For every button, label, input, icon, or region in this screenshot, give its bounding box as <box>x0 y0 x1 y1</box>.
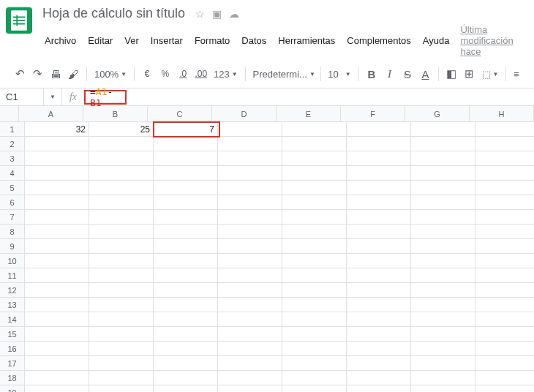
row-header-11[interactable]: 11 <box>0 268 25 283</box>
menu-insertar[interactable]: Insertar <box>146 32 188 49</box>
borders-icon[interactable]: ⊞ <box>461 64 478 83</box>
row-header-2[interactable]: 2 <box>0 137 25 151</box>
cell-G5[interactable] <box>411 181 475 195</box>
cell-H16[interactable] <box>475 342 534 356</box>
cell-A16[interactable] <box>25 342 89 356</box>
menu-herramientas[interactable]: Herramientas <box>273 32 340 49</box>
undo-icon[interactable]: ↶ <box>12 64 29 83</box>
cell-E14[interactable] <box>282 312 347 327</box>
cell-G1[interactable] <box>411 122 475 137</box>
cell-F14[interactable] <box>347 312 411 327</box>
cell-C6[interactable] <box>154 195 218 210</box>
cell-A11[interactable] <box>25 268 89 283</box>
cell-C18[interactable] <box>154 371 218 385</box>
redo-icon[interactable]: ↷ <box>30 64 47 83</box>
cell-C16[interactable] <box>154 342 218 356</box>
cell-C8[interactable] <box>154 225 218 239</box>
column-header-H[interactable]: H <box>470 106 534 122</box>
cell-H5[interactable] <box>475 181 534 195</box>
row-header-8[interactable]: 8 <box>0 225 25 239</box>
cell-A3[interactable] <box>25 151 89 166</box>
cell-E9[interactable] <box>282 239 347 254</box>
cell-G6[interactable] <box>411 195 475 210</box>
menu-formato[interactable]: Formato <box>189 32 235 49</box>
row-header-7[interactable]: 7 <box>0 210 25 225</box>
italic-button[interactable]: I <box>381 64 398 83</box>
cell-C3[interactable] <box>154 151 218 166</box>
cell-D12[interactable] <box>218 283 282 298</box>
cell-B9[interactable] <box>89 239 154 254</box>
move-icon[interactable]: ▣ <box>212 8 222 20</box>
cell-C7[interactable] <box>154 210 218 225</box>
cell-D1[interactable] <box>218 122 282 137</box>
cell-G3[interactable] <box>411 151 475 166</box>
horizontal-align-dropdown[interactable]: ≡ <box>511 64 522 83</box>
cell-H6[interactable] <box>475 195 534 210</box>
cell-C5[interactable] <box>154 181 218 195</box>
row-header-5[interactable]: 5 <box>0 181 25 195</box>
cell-D14[interactable] <box>218 312 282 327</box>
cell-D8[interactable] <box>218 225 282 239</box>
cell-E10[interactable] <box>282 254 347 268</box>
cell-F16[interactable] <box>347 342 411 356</box>
cell-H14[interactable] <box>475 312 534 327</box>
cell-B11[interactable] <box>89 268 154 283</box>
merge-cells-dropdown[interactable]: ⬚▼ <box>479 64 502 83</box>
cell-B15[interactable] <box>89 327 154 342</box>
cell-E12[interactable] <box>282 283 347 298</box>
cell-B10[interactable] <box>89 254 154 268</box>
cell-E7[interactable] <box>282 210 347 225</box>
row-header-3[interactable]: 3 <box>0 151 25 166</box>
currency-button[interactable]: € <box>139 64 156 83</box>
cell-H11[interactable] <box>475 268 534 283</box>
decrease-decimal-button[interactable]: .0 <box>175 64 192 83</box>
cell-E11[interactable] <box>282 268 347 283</box>
cell-A18[interactable] <box>25 371 89 385</box>
cell-G8[interactable] <box>411 225 475 239</box>
cell-C17[interactable] <box>154 356 218 371</box>
column-header-D[interactable]: D <box>212 106 277 122</box>
cell-G14[interactable] <box>411 312 475 327</box>
cell-A10[interactable] <box>25 254 89 268</box>
name-box-dropdown-icon[interactable]: ▼ <box>44 88 62 105</box>
sheets-logo[interactable] <box>6 7 32 34</box>
row-header-18[interactable]: 18 <box>0 371 25 385</box>
cell-E4[interactable] <box>282 166 347 181</box>
cell-A13[interactable] <box>25 298 89 312</box>
cell-D3[interactable] <box>218 151 282 166</box>
cell-B19[interactable] <box>89 385 154 392</box>
cell-G16[interactable] <box>411 342 475 356</box>
cell-G10[interactable] <box>411 254 475 268</box>
row-header-9[interactable]: 9 <box>0 239 25 254</box>
column-header-B[interactable]: B <box>83 106 148 122</box>
cell-F15[interactable] <box>347 327 411 342</box>
cell-A14[interactable] <box>25 312 89 327</box>
font-size-dropdown[interactable]: 10▼ <box>325 64 353 83</box>
cell-E19[interactable] <box>282 385 347 392</box>
row-header-6[interactable]: 6 <box>0 195 25 210</box>
cell-F12[interactable] <box>347 283 411 298</box>
cell-F9[interactable] <box>347 239 411 254</box>
more-formats-dropdown[interactable]: 123▼ <box>211 64 241 83</box>
name-box[interactable]: C1 <box>0 88 44 105</box>
menu-editar[interactable]: Editar <box>83 32 118 49</box>
cell-G13[interactable] <box>411 298 475 312</box>
cell-E6[interactable] <box>282 195 347 210</box>
cell-F4[interactable] <box>347 166 411 181</box>
cell-B5[interactable] <box>89 181 154 195</box>
cell-H2[interactable] <box>475 137 534 151</box>
fill-color-icon[interactable]: ◧ <box>443 64 460 83</box>
last-modification-link[interactable]: Última modificación hace <box>460 24 528 57</box>
cell-G9[interactable] <box>411 239 475 254</box>
cell-B2[interactable] <box>89 137 154 151</box>
cell-F6[interactable] <box>347 195 411 210</box>
cell-H3[interactable] <box>475 151 534 166</box>
cell-H19[interactable] <box>475 385 534 392</box>
cell-G4[interactable] <box>411 166 475 181</box>
cell-H18[interactable] <box>475 371 534 385</box>
cell-G19[interactable] <box>411 385 475 392</box>
cell-A7[interactable] <box>25 210 89 225</box>
cell-H12[interactable] <box>475 283 534 298</box>
cell-C15[interactable] <box>154 327 218 342</box>
percent-button[interactable]: % <box>157 64 173 83</box>
